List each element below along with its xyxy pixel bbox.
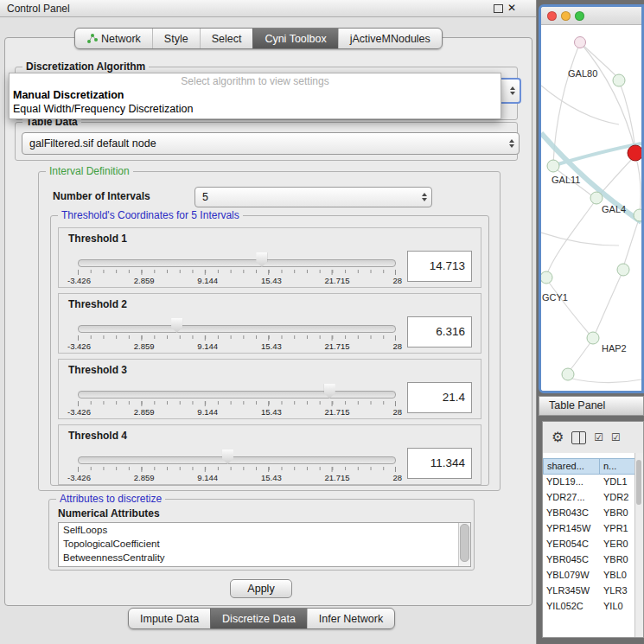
table-row[interactable]: YER054CYER0 (543, 537, 635, 552)
table-cell: YPR145W (543, 521, 600, 537)
combobox-value: galFiltered.sif default node (29, 137, 156, 150)
tab-label: Network (101, 33, 141, 45)
table-toolbar: ⚙ ☑ ☑ (543, 422, 643, 453)
attributes-to-discretize-group: Attributes to discretize Numerical Attri… (48, 499, 475, 571)
number-of-intervals-combobox[interactable]: 5 (194, 187, 432, 207)
table-cell: YBR043C (543, 506, 600, 521)
tab-infer-network[interactable]: Infer Network (307, 609, 394, 628)
slider-scale: -3.4262.8599.14415.4321.71528 (67, 407, 402, 417)
network-node[interactable] (541, 271, 552, 284)
tab-discretize-data[interactable]: Discretize Data (210, 609, 307, 628)
close-traffic-light-icon[interactable] (547, 11, 557, 21)
threshold-slider[interactable]: -3.4262.8599.14415.4321.71528 (78, 247, 396, 285)
node-label: GAL4 (602, 204, 626, 214)
node-label: HAP2 (602, 343, 627, 354)
attribute-item[interactable]: TopologicalCoefficient (59, 537, 470, 551)
slider-track[interactable] (78, 259, 396, 267)
table-row[interactable]: YBR045CYBR0 (543, 552, 635, 568)
scale-label: 2.859 (134, 407, 155, 417)
tab-network[interactable]: Network (75, 29, 152, 48)
threshold-value-field[interactable]: 11.344 (407, 448, 472, 479)
network-view-window: GAL80GAL11GAL4GCY1HAP2 (539, 4, 644, 393)
tab-impute-data[interactable]: Impute Data (129, 609, 210, 628)
tab-style[interactable]: Style (152, 29, 200, 48)
network-node[interactable] (634, 209, 641, 221)
table-cell: YER054C (543, 537, 600, 552)
slider-track[interactable] (78, 325, 396, 333)
column-header-shared-name[interactable]: shared... (543, 458, 600, 475)
network-node[interactable] (587, 332, 599, 344)
dropdown-item-manual-discretization[interactable]: Manual Discretization (10, 88, 501, 102)
attributes-list[interactable]: SelfLoopsTopologicalCoefficientBetweenne… (58, 522, 471, 567)
attribute-item[interactable]: BetweennessCentrality (59, 551, 470, 564)
slider-scale: -3.4262.8599.14415.4321.71528 (67, 276, 402, 285)
threshold-value-field[interactable]: 6.316 (407, 316, 472, 348)
scale-label: 28 (392, 276, 402, 285)
table-row[interactable]: YIL052CYIL0 (543, 599, 635, 615)
table-cell: YDL1 (600, 475, 635, 490)
table-cell: YBL0 (600, 568, 635, 583)
slider-scale: -3.4262.8599.14415.4321.71528 (67, 473, 402, 482)
table-body: YDL19...YDL1YDR27...YDR2YBR043CYBR0YPR14… (543, 475, 635, 615)
table-cell: YLR345W (543, 583, 600, 599)
table-row[interactable]: YBR043CYBR0 (543, 506, 635, 521)
columns-icon[interactable] (571, 431, 586, 444)
stepper-icon (422, 193, 431, 201)
tab-jactivemnodules[interactable]: jActiveMNodules (338, 29, 442, 48)
threshold-label: Threshold 3 (68, 364, 127, 376)
threshold-value-field[interactable]: 14.713 (407, 251, 472, 282)
scale-label: 28 (392, 341, 402, 351)
scrollbar-thumb[interactable] (460, 524, 469, 562)
float-window-icon[interactable] (494, 4, 503, 13)
top-tab-bar: Network Style Select Cyni Toolbox jActiv… (74, 28, 443, 49)
slider-track[interactable] (78, 456, 396, 464)
table-row[interactable]: YPR145WYPR1 (543, 521, 635, 537)
network-node[interactable] (547, 160, 559, 172)
table-data-combobox[interactable]: galFiltered.sif default node (22, 132, 520, 155)
group-title: Threshold's Coordinates for 5 Intervals (58, 209, 243, 221)
window-title: Control Panel (7, 3, 70, 15)
column-header-name[interactable]: n... (600, 458, 635, 475)
network-node-selected[interactable] (628, 145, 641, 161)
zoom-traffic-light-icon[interactable] (575, 11, 584, 21)
close-icon[interactable]: ✕ (507, 2, 516, 14)
slider-major-ticks (78, 401, 396, 406)
attributes-scrollbar[interactable] (458, 523, 470, 566)
table-cell: YBR0 (600, 506, 635, 521)
table-row[interactable]: YBL079WYBL0 (543, 568, 635, 583)
node-label: GCY1 (542, 292, 568, 303)
network-node[interactable] (562, 368, 574, 380)
table-row[interactable]: YLR345WYLR3 (543, 583, 635, 599)
tab-select[interactable]: Select (200, 29, 253, 48)
table-cell: YLR3 (600, 583, 635, 599)
threshold-slider[interactable]: -3.4262.8599.14415.4321.71528 (78, 313, 396, 351)
group-title: Interval Definition (46, 165, 133, 177)
gear-icon[interactable]: ⚙ (552, 430, 564, 444)
apply-button[interactable]: Apply (230, 579, 292, 598)
checkbox-icon[interactable]: ☑ (611, 432, 621, 443)
thresholds-container: Threshold 1-3.4262.8599.14415.4321.71528… (58, 227, 481, 490)
threshold-value-field[interactable]: 21.4 (407, 382, 472, 413)
network-canvas[interactable]: GAL80GAL11GAL4GCY1HAP2 (541, 25, 641, 391)
minimize-traffic-light-icon[interactable] (561, 11, 571, 21)
slider-track[interactable] (78, 391, 396, 399)
table-scrollbar[interactable] (634, 453, 643, 637)
checkbox-icon[interactable]: ☑ (594, 432, 603, 443)
attribute-item[interactable]: SelfLoops (59, 523, 470, 537)
threshold-slider[interactable]: -3.4262.8599.14415.4321.71528 (78, 444, 396, 482)
scale-label: 15.43 (261, 407, 282, 417)
tab-cyni-toolbox[interactable]: Cyni Toolbox (252, 29, 337, 48)
table-cell: YDL19... (543, 475, 600, 490)
network-node[interactable] (575, 37, 586, 48)
slider-major-ticks (78, 467, 396, 472)
dropdown-item-equal-width-frequency[interactable]: Equal Width/Frequency Discretization (10, 102, 501, 116)
threshold-slider[interactable]: -3.4262.8599.14415.4321.71528 (78, 379, 396, 417)
network-node[interactable] (617, 264, 629, 276)
table-row[interactable]: YDR27...YDR2 (543, 490, 635, 506)
table-row[interactable]: YDL19...YDL1 (543, 475, 635, 490)
network-node[interactable] (613, 74, 625, 86)
table-panel-titlebar: Table Panel (539, 396, 644, 416)
scale-label: 9.144 (197, 341, 218, 351)
scrollbar-thumb[interactable] (636, 460, 641, 505)
network-node[interactable] (590, 192, 603, 204)
